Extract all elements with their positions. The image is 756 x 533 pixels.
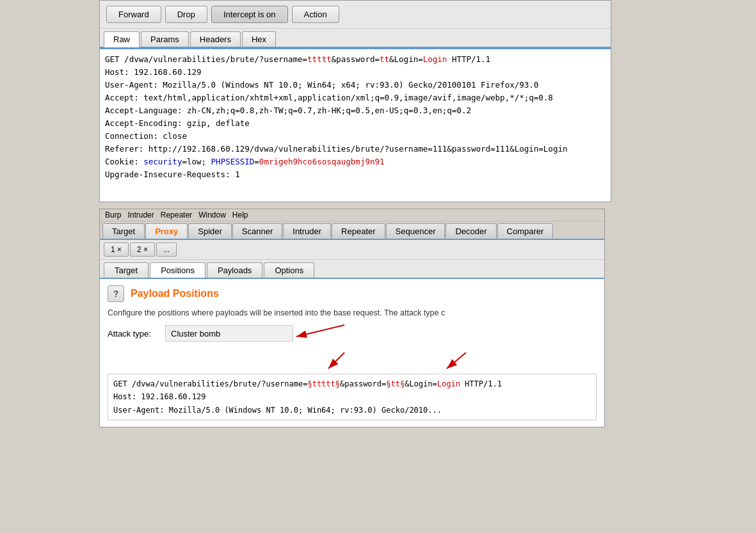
request-tab-bar: Raw Params Headers Hex [100, 29, 611, 48]
tab-hex[interactable]: Hex [242, 31, 276, 47]
arrow-svg-2 [108, 349, 613, 374]
pos-tab-options[interactable]: Options [264, 262, 314, 278]
payload-section: ? Payload Positions Configure the positi… [100, 279, 604, 427]
payload-title: Payload Positions [131, 288, 219, 299]
request-line-1: GET /dvwa/vulnerabilities/brute/?usernam… [105, 53, 606, 66]
menu-bar: Burp Intruder Repeater Window Help [100, 209, 604, 221]
arrow-svg-1 [287, 319, 351, 342]
request-line-accept: Accept: text/html,application/xhtml+xml,… [105, 91, 606, 104]
payload-header: ? Payload Positions [108, 285, 597, 302]
nav-tab-decoder[interactable]: Decoder [446, 223, 496, 239]
pos-tab-payloads[interactable]: Payloads [207, 262, 262, 278]
burp-nav-tabs: Target Proxy Spider Scanner Intruder Rep… [100, 221, 604, 240]
request-line-conn: Connection: close [105, 130, 606, 143]
request-content: GET /dvwa/vulnerabilities/brute/?usernam… [100, 48, 611, 202]
intercept-panel: Forward Drop Intercept is on Action Raw … [99, 0, 611, 202]
attack-type-row: Attack type: [108, 325, 597, 342]
request-line-ua: User-Agent: Mozilla/5.0 (Windows NT 10.0… [105, 79, 606, 91]
sub-tab-more[interactable]: ... [156, 243, 177, 257]
positions-tabs: Target Positions Payloads Options [100, 260, 604, 279]
nav-tab-repeater[interactable]: Repeater [332, 223, 385, 239]
tab-params[interactable]: Params [141, 31, 189, 47]
request-line-accept-enc: Accept-Encoding: gzip, deflate [105, 117, 606, 130]
action-button[interactable]: Action [292, 6, 339, 23]
request-line-cookie: Cookie: security=low; PHPSESSID=0mrigeh9… [105, 155, 606, 168]
svg-line-1 [296, 325, 344, 337]
menu-repeater[interactable]: Repeater [161, 211, 192, 219]
nav-tab-scanner[interactable]: Scanner [232, 223, 282, 239]
svg-line-5 [447, 353, 466, 369]
request-line-upgrade: Upgrade-Insecure-Requests: 1 [105, 168, 606, 181]
nav-tab-target[interactable]: Target [102, 223, 145, 239]
request-line-accept-lang: Accept-Language: zh-CN,zh;q=0.8,zh-TW;q=… [105, 104, 606, 117]
nav-tab-sequencer[interactable]: Sequencer [386, 223, 446, 239]
forward-button[interactable]: Forward [106, 6, 161, 23]
request-area: GET /dvwa/vulnerabilities/brute/?usernam… [108, 349, 597, 420]
burp-panel: Burp Intruder Repeater Window Help Targe… [99, 209, 605, 427]
request-line-referer: Referer: http://192.168.60.129/dvwa/vuln… [105, 143, 606, 155]
req-line-1: GET /dvwa/vulnerabilities/brute/?usernam… [113, 379, 502, 388]
menu-intruder[interactable]: Intruder [127, 211, 154, 219]
nav-tab-comparer[interactable]: Comparer [497, 223, 554, 239]
intercept-button[interactable]: Intercept is on [211, 6, 288, 23]
tab-headers[interactable]: Headers [190, 31, 241, 47]
menu-window[interactable]: Window [198, 211, 226, 219]
attack-type-input[interactable] [165, 325, 293, 342]
attack-type-label: Attack type: [108, 329, 159, 338]
payload-request-box: GET /dvwa/vulnerabilities/brute/?usernam… [108, 374, 597, 420]
menu-help[interactable]: Help [232, 211, 248, 219]
help-icon[interactable]: ? [108, 285, 124, 302]
sub-tab-2[interactable]: 2 × [130, 243, 155, 257]
pos-tab-target[interactable]: Target [104, 262, 149, 278]
arrow-container [108, 349, 597, 374]
menu-burp[interactable]: Burp [105, 211, 121, 219]
tab-raw[interactable]: Raw [104, 31, 140, 47]
request-line-host: Host: 192.168.60.129 [105, 66, 606, 79]
pos-tab-positions[interactable]: Positions [150, 262, 205, 278]
req-line-host: Host: 192.168.60.129 [113, 392, 206, 401]
drop-button[interactable]: Drop [165, 6, 207, 23]
sub-tab-1[interactable]: 1 × [104, 243, 129, 257]
nav-tab-intruder[interactable]: Intruder [283, 223, 331, 239]
intercept-toolbar: Forward Drop Intercept is on Action [100, 1, 611, 29]
svg-line-4 [328, 353, 344, 369]
payload-description: Configure the positions where payloads w… [108, 308, 597, 317]
req-line-ua2: User-Agent: Mozilla/5.0 (Windows NT 10.0… [113, 406, 442, 415]
sub-tabs-row: 1 × 2 × ... [100, 240, 604, 260]
nav-tab-spider[interactable]: Spider [188, 223, 232, 239]
nav-tab-proxy[interactable]: Proxy [145, 223, 188, 239]
